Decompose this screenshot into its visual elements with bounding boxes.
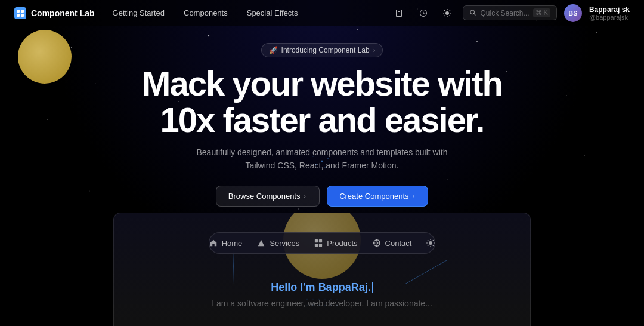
svg-point-30 [445,11,449,15]
mini-nav-services-label: Services [270,239,299,248]
mini-nav-home-label: Home [222,239,243,248]
search-placeholder: Quick Search... [481,9,530,17]
create-dots: › [413,192,416,199]
svg-point-51 [306,305,308,306]
mini-nav-products-label: Products [327,239,357,248]
mini-nav-products[interactable]: Products [314,238,357,248]
svg-point-52 [312,305,314,306]
mini-nav-services[interactable]: Services [256,238,299,248]
svg-point-54 [324,305,326,306]
brand-logo[interactable]: Component Lab [14,7,95,19]
navbar: Component Lab Getting Started Components… [0,0,644,26]
mini-nav-contact-label: Contact [385,239,412,248]
svg-point-56 [336,305,338,306]
svg-point-50 [336,299,338,300]
theme-icon [442,8,452,18]
hero-title-line1: Mack your website with [0,66,644,102]
user-avatar[interactable]: BS [564,4,582,22]
svg-point-53 [318,305,320,306]
svg-rect-41 [319,244,322,247]
mini-navbar: Home Services Products [209,232,435,254]
user-name: Bapparaj sk [589,5,630,14]
svg-rect-29 [21,14,24,17]
navbar-left: Component Lab Getting Started Components… [14,6,301,20]
contact-icon [372,238,382,248]
products-icon [314,238,323,248]
cursor-blink [372,282,373,293]
nav-link-special-effects[interactable]: Special Effects [243,6,302,20]
theme-icon-btn[interactable] [439,5,456,21]
hello-static: Hello I'm [271,281,318,293]
feedback-icon [419,8,428,18]
user-info: Bapparaj sk @bapparajsk [589,5,630,21]
feedback-icon-btn[interactable] [415,5,432,21]
mini-nav-home[interactable]: Home [209,238,243,248]
svg-point-44 [429,241,432,245]
svg-point-48 [324,299,326,300]
browse-components-button[interactable]: Browse Components › [216,186,320,207]
svg-rect-40 [315,244,318,247]
hero-subtitle: Beautifully designed, animated component… [0,146,644,173]
services-icon [256,238,266,248]
sun-icon [426,238,435,248]
browse-components-label: Browse Components [228,192,301,201]
svg-point-46 [312,299,314,300]
svg-rect-28 [17,14,20,17]
hero-subtitle-line2: Tailwind CSS, React, and Framer Motion. [0,159,644,172]
svg-rect-27 [21,10,24,13]
dot-grid [304,296,340,308]
search-bar[interactable]: Quick Search... ⌘ K [463,5,557,20]
book-icon [395,8,404,18]
nav-links: Getting Started Components Special Effec… [109,6,302,20]
preview-hello-text: Hello I'm BappaRaj. [114,281,530,294]
announce-badge[interactable]: 🚀 Introducing Component Lab › [261,43,383,57]
mini-nav-contact[interactable]: Contact [372,238,412,248]
nav-link-components[interactable]: Components [180,6,231,20]
svg-point-47 [318,299,320,300]
svg-point-45 [306,299,308,300]
hero-buttons: Browse Components › Create Components › [0,186,644,207]
home-icon [209,238,218,248]
svg-point-49 [330,299,332,300]
hero-title-line2: 10x faster and easier. [0,102,644,139]
search-icon [469,9,477,17]
badge-arrow-icon: › [373,47,376,54]
create-components-button[interactable]: Create Components › [327,186,428,207]
badge-text: Introducing Component Lab [281,46,370,54]
hero-section: 🚀 Introducing Component Lab › Mack your … [0,26,644,236]
navbar-right: Quick Search... ⌘ K BS Bapparaj sk @bapp… [391,4,630,22]
svg-rect-26 [17,10,20,13]
svg-rect-38 [315,239,318,242]
preview-theme-toggle[interactable] [426,238,435,248]
user-handle: @bapparajsk [589,14,630,21]
search-shortcut: ⌘ K [533,8,550,17]
brand-icon [14,7,26,19]
user-initials: BS [568,10,577,17]
preview-window: Home Services Products [113,213,531,326]
brand-name: Component Lab [31,8,95,18]
svg-rect-39 [319,239,322,242]
hero-subtitle-line1: Beautifully designed, animated component… [0,146,644,159]
browse-dots: › [304,192,307,199]
create-components-label: Create Components [339,192,408,201]
nav-link-getting-started[interactable]: Getting Started [109,6,168,20]
deco-svg-right [405,260,447,284]
brand-svg-icon [16,9,24,17]
book-icon-btn[interactable] [391,5,408,21]
deco-line-left [233,248,234,284]
badge-rocket-icon: 🚀 [269,46,278,54]
preview-name: BappaRaj. [318,281,371,293]
svg-point-55 [330,305,332,306]
svg-point-43 [376,242,378,244]
hero-title: Mack your website with 10x faster and ea… [0,66,644,139]
